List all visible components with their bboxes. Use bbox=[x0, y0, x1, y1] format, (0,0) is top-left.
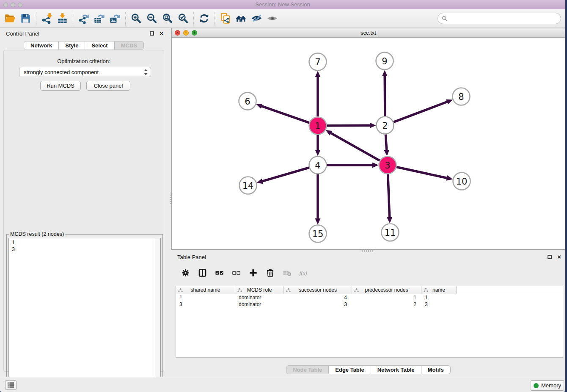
node-label-15: 15 bbox=[312, 229, 324, 239]
tab-select[interactable]: Select bbox=[85, 41, 114, 50]
edge-1-2[interactable] bbox=[327, 125, 370, 126]
export-network-icon bbox=[78, 13, 89, 24]
column-header-successor-nodes[interactable]: successor nodes bbox=[284, 286, 352, 294]
delete-columns-icon bbox=[265, 268, 275, 278]
edge-2-9[interactable] bbox=[385, 76, 385, 116]
tab-network-table[interactable]: Network Table bbox=[371, 365, 421, 374]
export-image-button[interactable] bbox=[107, 11, 123, 26]
delete-columns-button[interactable] bbox=[264, 266, 276, 279]
cell-name[interactable]: 3 bbox=[421, 301, 457, 308]
sort-icon bbox=[424, 288, 428, 293]
close-table-panel-icon[interactable]: × bbox=[557, 255, 561, 259]
control-panel-title: Control Panel bbox=[6, 30, 39, 37]
export-table-button[interactable] bbox=[91, 11, 107, 26]
task-list-icon bbox=[7, 382, 14, 388]
function-builder-button[interactable]: f(x) bbox=[297, 266, 310, 279]
show-all-button[interactable] bbox=[264, 11, 280, 26]
table-toolbar: f(x) bbox=[176, 263, 563, 282]
cell-MCDS-role[interactable]: dominator bbox=[235, 294, 284, 301]
toolbar-separator bbox=[125, 12, 126, 25]
refresh-button[interactable] bbox=[196, 11, 212, 26]
app-window: Session: New Session Control Panel × Net… bbox=[0, 0, 565, 392]
table-row-1[interactable]: 1dominator411 bbox=[176, 294, 563, 301]
close-panel-icon[interactable]: × bbox=[160, 31, 163, 36]
save-button[interactable] bbox=[18, 11, 33, 26]
mcds-result-area[interactable]: 1 3 bbox=[8, 238, 161, 387]
zoom-selected-button[interactable] bbox=[175, 11, 191, 26]
memory-button-label: Memory bbox=[541, 382, 561, 389]
optimization-criterion-label: Optimization criterion: bbox=[4, 58, 164, 64]
edge-1-6[interactable] bbox=[262, 106, 309, 123]
vertical-splitter-grip[interactable] bbox=[170, 193, 171, 205]
tab-node-table[interactable]: Node Table bbox=[286, 365, 329, 374]
clear-column-selection-button[interactable] bbox=[230, 266, 242, 279]
edge-3-11[interactable] bbox=[388, 174, 390, 217]
network-from-selection-icon bbox=[220, 13, 231, 24]
tab-motifs[interactable]: Motifs bbox=[421, 365, 451, 374]
first-neighbors-button[interactable] bbox=[233, 11, 249, 26]
column-header-predecessor-nodes[interactable]: predecessor nodes bbox=[352, 286, 421, 294]
column-header-name[interactable]: name bbox=[421, 286, 457, 294]
sort-icon bbox=[237, 288, 242, 293]
import-network-button[interactable] bbox=[39, 11, 55, 26]
network-window-titlebar[interactable]: × − + scc.txt bbox=[172, 28, 565, 38]
refresh-icon bbox=[198, 13, 210, 24]
result-scrollbar[interactable] bbox=[155, 238, 160, 386]
column-header-MCDS-role[interactable]: MCDS role bbox=[235, 286, 284, 294]
show-columns-button[interactable] bbox=[196, 266, 209, 279]
network-graph: 1234678910111415 bbox=[172, 38, 565, 249]
network-canvas[interactable]: 1234678910111415 bbox=[172, 38, 565, 249]
edge-2-8[interactable] bbox=[394, 102, 447, 122]
edge-3-1[interactable] bbox=[331, 133, 380, 160]
cell-successor-nodes[interactable]: 3 bbox=[284, 301, 352, 308]
tab-mcds[interactable]: MCDS bbox=[115, 41, 144, 50]
sort-icon bbox=[354, 288, 359, 293]
edge-2-3[interactable] bbox=[385, 134, 386, 150]
tab-edge-table[interactable]: Edge Table bbox=[329, 365, 371, 374]
cell-predecessor-nodes[interactable]: 1 bbox=[352, 294, 421, 301]
run-mcds-button[interactable]: Run MCDS bbox=[40, 81, 81, 91]
zoom-in-button[interactable] bbox=[128, 11, 144, 26]
column-header-label: MCDS role bbox=[247, 287, 272, 293]
zoom-out-button[interactable] bbox=[144, 11, 160, 26]
export-network-button[interactable] bbox=[76, 11, 91, 26]
memory-button[interactable]: Memory bbox=[531, 380, 564, 391]
float-panel-icon[interactable] bbox=[150, 31, 154, 36]
horizontal-splitter-grip[interactable] bbox=[362, 250, 374, 252]
zoom-selected-icon bbox=[177, 13, 189, 24]
tab-style[interactable]: Style bbox=[59, 41, 85, 50]
edge-4-14[interactable] bbox=[262, 168, 309, 181]
cell-MCDS-role[interactable]: dominator bbox=[235, 301, 284, 308]
search-box[interactable] bbox=[438, 13, 561, 24]
node-label-2: 2 bbox=[382, 121, 388, 131]
mcds-result-text: 1 3 bbox=[9, 238, 160, 253]
delete-table-button[interactable] bbox=[281, 266, 293, 279]
import-table-button[interactable] bbox=[55, 11, 70, 26]
node-label-8: 8 bbox=[458, 92, 464, 102]
cell-shared-name[interactable]: 1 bbox=[176, 294, 235, 301]
search-input[interactable] bbox=[448, 14, 561, 23]
float-table-panel-icon[interactable] bbox=[548, 255, 552, 259]
settings-gear-button[interactable] bbox=[179, 266, 192, 279]
cell-shared-name[interactable]: 3 bbox=[176, 301, 235, 308]
edge-3-10[interactable] bbox=[396, 167, 447, 178]
open-file-button[interactable] bbox=[2, 11, 18, 26]
network-from-selection-button[interactable] bbox=[217, 11, 233, 26]
show-columns-icon bbox=[198, 268, 207, 278]
create-column-button[interactable] bbox=[247, 266, 259, 279]
node-label-4: 4 bbox=[315, 160, 320, 171]
zoom-fit-button[interactable] bbox=[160, 11, 175, 26]
cell-predecessor-nodes[interactable]: 2 bbox=[352, 301, 421, 308]
function-builder-icon: f(x) bbox=[299, 268, 309, 278]
select-chevrons-icon bbox=[143, 69, 148, 76]
hide-selected-button[interactable] bbox=[249, 11, 264, 26]
select-all-columns-button[interactable] bbox=[213, 266, 226, 279]
tab-network[interactable]: Network bbox=[24, 41, 59, 50]
close-panel-button[interactable]: Close panel bbox=[86, 81, 130, 91]
criterion-select[interactable]: strongly connected component bbox=[19, 67, 151, 77]
cell-successor-nodes[interactable]: 4 bbox=[284, 294, 352, 301]
table-row-2[interactable]: 3dominator323 bbox=[176, 301, 563, 308]
column-header-shared-name[interactable]: shared name bbox=[176, 286, 235, 294]
cell-name[interactable]: 1 bbox=[421, 294, 457, 301]
task-history-button[interactable] bbox=[5, 380, 17, 390]
